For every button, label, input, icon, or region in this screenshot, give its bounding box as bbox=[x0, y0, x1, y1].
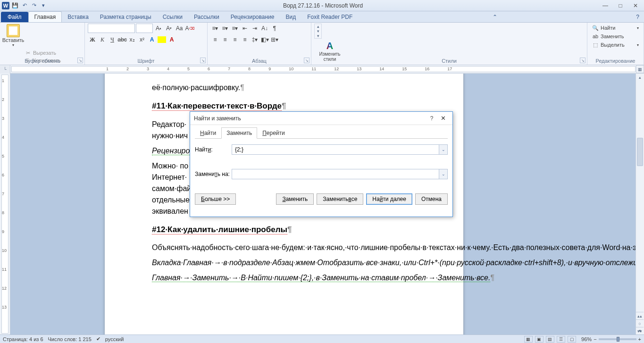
superscript-button[interactable]: x² bbox=[137, 35, 147, 44]
scroll-more-icon[interactable]: ▾ bbox=[315, 33, 321, 38]
zoom-slider[interactable] bbox=[599, 338, 636, 340]
numbering-button[interactable]: ≡▾ bbox=[220, 24, 230, 33]
find-dropdown-icon[interactable]: ⌄ bbox=[439, 145, 447, 154]
save-icon[interactable]: 💾 bbox=[11, 2, 19, 9]
show-marks-button[interactable]: ¶ bbox=[270, 24, 279, 33]
styles-scroll[interactable]: ▴▾▾ bbox=[314, 24, 322, 39]
qat-customize-icon[interactable]: ▾ bbox=[40, 2, 47, 9]
undo-icon[interactable]: ↶ bbox=[21, 2, 28, 9]
tab-insert[interactable]: Вставка bbox=[62, 12, 94, 22]
grow-font-button[interactable]: A▴ bbox=[154, 24, 163, 33]
vertical-ruler[interactable]: 12345678910111213 bbox=[0, 74, 10, 335]
clipboard-launcher-icon[interactable]: ↘ bbox=[77, 58, 83, 63]
highlight-button[interactable] bbox=[157, 35, 167, 44]
align-center-button[interactable]: ≡ bbox=[220, 35, 230, 44]
zoom-out-button[interactable]: − bbox=[594, 336, 596, 342]
tab-references[interactable]: Ссылки bbox=[157, 12, 188, 22]
horizontal-ruler[interactable]: 1234567891011121314151617 bbox=[11, 66, 636, 72]
styles-launcher-icon[interactable]: ↘ bbox=[580, 58, 585, 63]
dialog-close-button[interactable]: ✕ bbox=[437, 115, 449, 122]
change-case-button[interactable]: Aa bbox=[175, 24, 184, 33]
font-name-combo[interactable] bbox=[88, 24, 135, 33]
close-button[interactable]: ✕ bbox=[629, 1, 642, 10]
align-left-button[interactable]: ≡ bbox=[210, 35, 220, 44]
status-page[interactable]: Страница: 4 из 6 bbox=[3, 336, 43, 342]
help-icon[interactable]: ? bbox=[631, 12, 644, 22]
strike-button[interactable]: abc bbox=[117, 35, 127, 44]
sort-button[interactable]: A↓ bbox=[260, 24, 269, 33]
line-spacing-button[interactable]: ‡▾ bbox=[250, 35, 259, 44]
tab-layout[interactable]: Разметка страницы bbox=[94, 12, 157, 22]
find-input[interactable]: {2;} ⌄ bbox=[232, 144, 448, 155]
dialog-tab-find[interactable]: Найти bbox=[195, 127, 221, 139]
select-button[interactable]: ⬚Выделить▾ bbox=[590, 41, 641, 49]
para-launcher-icon[interactable]: ↘ bbox=[304, 58, 309, 63]
scroll-up-icon[interactable]: ▴ bbox=[636, 74, 644, 81]
replace-all-button[interactable]: Заменить все bbox=[317, 193, 363, 205]
italic-button[interactable]: К bbox=[98, 35, 107, 44]
view-print-layout[interactable]: ▦ bbox=[524, 336, 533, 343]
find-next-button[interactable]: Найти далее bbox=[366, 193, 412, 205]
bullets-button[interactable]: ≡▾ bbox=[210, 24, 220, 33]
cut-button[interactable]: ✂Вырезать bbox=[25, 50, 82, 56]
borders-button[interactable]: ⊞▾ bbox=[270, 35, 279, 44]
shrink-font-button[interactable]: A▾ bbox=[164, 24, 174, 33]
scroll-thumb[interactable] bbox=[637, 138, 643, 166]
scroll-down-icon[interactable]: ▾ bbox=[315, 29, 321, 33]
shading-button[interactable]: ◧▾ bbox=[260, 35, 269, 44]
font-launcher-icon[interactable]: ↘ bbox=[200, 58, 206, 63]
cancel-button[interactable]: Отмена bbox=[415, 193, 448, 205]
file-tab[interactable]: Файл bbox=[1, 12, 28, 22]
replace-one-button[interactable]: Заменить bbox=[276, 193, 314, 205]
proofing-icon[interactable]: ✔ bbox=[96, 336, 100, 342]
scroll-up-icon[interactable]: ▴ bbox=[315, 24, 321, 29]
status-language[interactable]: русский bbox=[105, 336, 124, 342]
tab-view[interactable]: Вид bbox=[280, 12, 301, 22]
tab-foxit[interactable]: Foxit Reader PDF bbox=[301, 12, 358, 22]
subscript-button[interactable]: x₂ bbox=[127, 35, 137, 44]
tab-mailings[interactable]: Рассылки bbox=[188, 12, 225, 22]
paste-dropdown-icon[interactable]: ▾ bbox=[12, 43, 14, 47]
replace-button[interactable]: abЗаменить bbox=[590, 32, 641, 41]
replace-input[interactable]: ⌄ bbox=[232, 169, 448, 179]
dialog-tab-replace[interactable]: Заменить bbox=[221, 127, 257, 139]
dec-indent-button[interactable]: ⇤ bbox=[240, 24, 250, 33]
zoom-level[interactable]: 96% bbox=[581, 336, 592, 342]
view-reading[interactable]: ▣ bbox=[535, 336, 544, 343]
dialog-tab-goto[interactable]: Перейти bbox=[257, 127, 290, 139]
next-page-icon[interactable]: ▾▾ bbox=[636, 327, 644, 335]
multilevel-button[interactable]: ≡▾ bbox=[230, 24, 240, 33]
dialog-title-bar[interactable]: Найти и заменить ? ✕ bbox=[190, 112, 452, 125]
text-effects-button[interactable]: A bbox=[147, 35, 157, 44]
clear-format-button[interactable]: A⌫ bbox=[185, 24, 194, 33]
find-button[interactable]: 🔍Найти▾ bbox=[590, 24, 641, 32]
view-web[interactable]: ▤ bbox=[546, 336, 554, 343]
browse-object[interactable]: ▴▴ ○ ▾▾ bbox=[636, 312, 644, 335]
status-words[interactable]: Число слов: 1 215 bbox=[48, 336, 92, 342]
tab-home[interactable]: Главная bbox=[28, 11, 62, 22]
font-color-button[interactable]: A bbox=[167, 35, 176, 44]
inc-indent-button[interactable]: ⇥ bbox=[250, 24, 259, 33]
prev-page-icon[interactable]: ▴▴ bbox=[636, 312, 644, 319]
underline-button[interactable]: Ч bbox=[108, 35, 117, 44]
browse-select-icon[interactable]: ○ bbox=[636, 319, 644, 327]
justify-button[interactable]: ≡ bbox=[240, 35, 250, 44]
redo-icon[interactable]: ↷ bbox=[30, 2, 38, 9]
bold-button[interactable]: Ж bbox=[88, 35, 97, 44]
ruler-toggle-button[interactable]: ▦ bbox=[636, 65, 644, 73]
align-right-button[interactable]: ≡ bbox=[230, 35, 240, 44]
ribbon-minimize-icon[interactable]: ⌃ bbox=[488, 12, 502, 22]
font-size-combo[interactable] bbox=[136, 24, 153, 33]
zoom-in-button[interactable]: + bbox=[638, 336, 641, 342]
minimize-button[interactable]: — bbox=[599, 1, 612, 10]
view-draft[interactable]: ▢ bbox=[568, 336, 576, 343]
replace-dropdown-icon[interactable]: ⌄ bbox=[439, 169, 447, 179]
tab-selector[interactable]: └ bbox=[0, 65, 10, 74]
paste-button[interactable]: Вставить ▾ bbox=[3, 24, 24, 48]
dialog-help-button[interactable]: ? bbox=[426, 115, 437, 122]
more-button[interactable]: Больше >> bbox=[195, 193, 236, 205]
tab-review[interactable]: Рецензирование bbox=[225, 12, 280, 22]
view-outline[interactable]: ☰ bbox=[557, 336, 565, 343]
vertical-scrollbar[interactable]: ▴ ▾ ▴▴ ○ ▾▾ bbox=[636, 74, 644, 335]
maximize-button[interactable]: □ bbox=[614, 1, 627, 10]
